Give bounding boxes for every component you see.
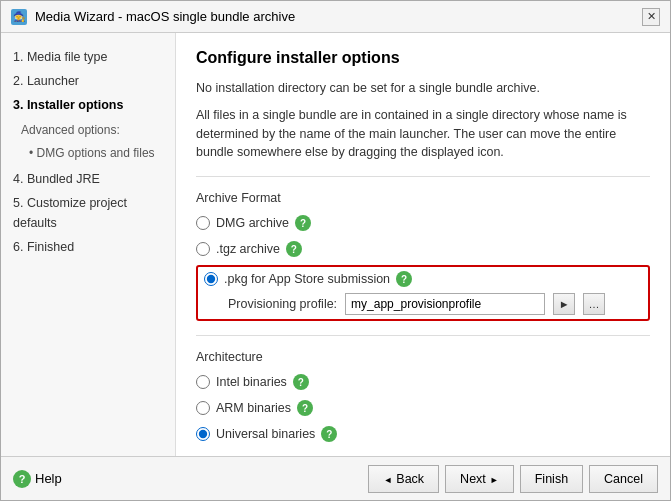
architecture-label: Architecture (196, 350, 650, 364)
main-window: 🧙 Media Wizard - macOS single bundle arc… (0, 0, 671, 501)
app-icon: 🧙 (11, 9, 27, 25)
archive-pkg-label: .pkg for App Store submission (224, 272, 390, 286)
archive-tgz-label: .tgz archive (216, 242, 280, 256)
archive-format-group: DMG archive ? .tgz archive ? .pkg for Ap… (196, 213, 650, 321)
back-arrow-icon (383, 472, 392, 486)
content-area: 1. Media file type 2. Launcher 3. Instal… (1, 33, 670, 456)
arm-help-icon[interactable]: ? (297, 400, 313, 416)
titlebar: 🧙 Media Wizard - macOS single bundle arc… (1, 1, 670, 33)
footer: ? Help Back Next Finish Cancel (1, 456, 670, 500)
sidebar-item-finished[interactable]: 6. Finished (9, 235, 167, 259)
cancel-button[interactable]: Cancel (589, 465, 658, 493)
arch-arm-row: ARM binaries ? (196, 398, 650, 418)
arch-universal-radio[interactable] (196, 427, 210, 441)
sidebar-item-launcher[interactable]: 2. Launcher (9, 69, 167, 93)
provisioning-label: Provisioning profile: (228, 297, 337, 311)
provisioning-browse-button[interactable]: … (583, 293, 605, 315)
arch-universal-row: Universal binaries ? (196, 424, 650, 444)
next-button[interactable]: Next (445, 465, 514, 493)
next-arrow-icon (490, 472, 499, 486)
divider-1 (196, 176, 650, 177)
archive-pkg-group: .pkg for App Store submission ? Provisio… (196, 265, 650, 321)
architecture-group: Intel binaries ? ARM binaries ? Universa… (196, 372, 650, 444)
archive-format-label: Archive Format (196, 191, 650, 205)
page-title: Configure installer options (196, 49, 650, 67)
cancel-label: Cancel (604, 472, 643, 486)
help-button[interactable]: ? Help (13, 470, 62, 488)
archive-tgz-radio[interactable] (196, 242, 210, 256)
provisioning-input[interactable] (345, 293, 545, 315)
sidebar-item-customize-project[interactable]: 5. Customize project defaults (9, 191, 167, 235)
help-icon: ? (13, 470, 31, 488)
info-text-2: All files in a single bundle are in cont… (196, 106, 650, 162)
finish-label: Finish (535, 472, 568, 486)
sidebar-item-dmg-options[interactable]: • DMG options and files (9, 142, 167, 165)
sidebar-item-media-file-type[interactable]: 1. Media file type (9, 45, 167, 69)
universal-help-icon[interactable]: ? (321, 426, 337, 442)
arch-intel-row: Intel binaries ? (196, 372, 650, 392)
sidebar-advanced-label: Advanced options: (9, 119, 167, 142)
divider-2 (196, 335, 650, 336)
archive-dmg-radio[interactable] (196, 216, 210, 230)
close-button[interactable]: ✕ (642, 8, 660, 26)
arch-intel-radio[interactable] (196, 375, 210, 389)
sidebar-item-installer-options[interactable]: 3. Installer options (9, 93, 167, 117)
archive-tgz-row: .tgz archive ? (196, 239, 650, 259)
dmg-help-icon[interactable]: ? (295, 215, 311, 231)
arch-intel-label: Intel binaries (216, 375, 287, 389)
sidebar: 1. Media file type 2. Launcher 3. Instal… (1, 33, 176, 456)
archive-pkg-row: .pkg for App Store submission ? (204, 271, 412, 287)
main-content: Configure installer options No installat… (176, 33, 670, 456)
back-label: Back (396, 472, 424, 486)
archive-dmg-row: DMG archive ? (196, 213, 650, 233)
help-label: Help (35, 471, 62, 486)
tgz-help-icon[interactable]: ? (286, 241, 302, 257)
arch-arm-label: ARM binaries (216, 401, 291, 415)
provisioning-row: Provisioning profile: ► … (204, 293, 605, 315)
pkg-help-icon[interactable]: ? (396, 271, 412, 287)
intel-help-icon[interactable]: ? (293, 374, 309, 390)
sidebar-item-bundled-jre[interactable]: 4. Bundled JRE (9, 167, 167, 191)
arch-universal-label: Universal binaries (216, 427, 315, 441)
archive-pkg-radio[interactable] (204, 272, 218, 286)
back-button[interactable]: Back (368, 465, 439, 493)
window-title: Media Wizard - macOS single bundle archi… (35, 9, 634, 24)
info-text-1: No installation directory can be set for… (196, 79, 650, 98)
next-label: Next (460, 472, 486, 486)
provisioning-arrow-button[interactable]: ► (553, 293, 575, 315)
archive-dmg-label: DMG archive (216, 216, 289, 230)
finish-button[interactable]: Finish (520, 465, 583, 493)
arch-arm-radio[interactable] (196, 401, 210, 415)
